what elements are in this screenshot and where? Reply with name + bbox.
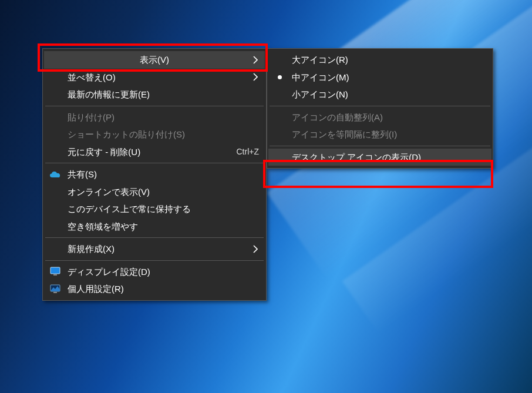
submenu-small-icons[interactable]: 小アイコン(N) [268,86,491,103]
menu-share-label: 共有(S) [68,169,97,180]
svg-rect-1 [53,274,57,276]
menu-sort[interactable]: 並べ替え(O) [44,69,265,86]
menu-undo-delete-shortcut: Ctrl+Z [213,146,260,157]
menu-separator [45,106,264,106]
menu-separator [45,260,264,261]
menu-paste: 貼り付け(P) [44,109,265,126]
submenu-auto-arrange[interactable]: アイコンの自動整列(A) [268,109,491,126]
menu-new[interactable]: 新規作成(X) [44,240,265,258]
svg-rect-0 [50,267,60,274]
menu-paste-shortcut: ショートカットの貼り付け(S) [44,126,265,143]
submenu-align-to-grid-label: アイコンを等間隔に整列(I) [292,129,397,140]
menu-always-keep-label: このデバイス上で常に保持する [68,203,191,215]
submenu-small-icons-label: 小アイコン(N) [292,89,348,100]
submenu-arrow-icon [253,73,258,81]
menu-paste-label: 貼り付け(P) [68,112,115,123]
menu-free-up-space[interactable]: 空き領域を増やす [44,218,265,236]
submenu-medium-icons-label: 中アイコン(M) [292,72,349,83]
submenu-arrow-icon [253,56,258,64]
submenu-show-desktop-icons[interactable]: デスクトップ アイコンの表示(D) [268,149,491,166]
submenu-show-desktop-icons-label: デスクトップ アイコンの表示(D) [292,152,421,163]
view-submenu: 大アイコン(R) 中アイコン(M) 小アイコン(N) アイコンの自動整列(A) … [267,48,493,169]
menu-refresh[interactable]: 最新の情報に更新(E) [44,86,265,103]
menu-undo-delete-label: 元に戻す - 削除(U) [68,146,140,158]
menu-personalize[interactable]: 個人用設定(R) [44,280,265,298]
menu-always-keep[interactable]: このデバイス上で常に保持する [44,200,265,218]
radio-selected-icon [278,75,282,79]
onedrive-icon [50,169,60,180]
menu-separator [270,106,490,106]
menu-paste-shortcut-label: ショートカットの貼り付け(S) [68,129,185,140]
menu-separator [270,146,490,146]
menu-free-up-space-label: 空き領域を増やす [68,221,138,233]
menu-separator [45,163,264,163]
desktop-context-menu: 表示(V) 並べ替え(O) 最新の情報に更新(E) 貼り付け(P) ショートカッ… [42,48,267,301]
menu-view-online-label: オンラインで表示(V) [68,186,150,198]
menu-view-online[interactable]: オンラインで表示(V) [44,183,265,201]
menu-separator [45,237,264,238]
menu-view[interactable]: 表示(V) [44,51,265,69]
personalize-icon [50,284,60,294]
submenu-align-to-grid[interactable]: アイコンを等間隔に整列(I) [268,126,491,143]
submenu-auto-arrange-label: アイコンの自動整列(A) [292,112,383,123]
submenu-medium-icons[interactable]: 中アイコン(M) [268,69,491,86]
submenu-large-icons-label: 大アイコン(R) [292,54,348,66]
submenu-arrow-icon [253,245,258,253]
menu-display-settings-label: ディスプレイ設定(D) [68,266,150,278]
menu-view-label: 表示(V) [44,54,265,66]
menu-new-label: 新規作成(X) [68,243,115,255]
menu-refresh-label: 最新の情報に更新(E) [68,89,150,100]
menu-sort-label: 並べ替え(O) [68,72,116,83]
menu-display-settings[interactable]: ディスプレイ設定(D) [44,263,265,281]
menu-share[interactable]: 共有(S) [44,166,265,183]
svg-rect-3 [53,292,57,293]
submenu-large-icons[interactable]: 大アイコン(R) [268,51,491,69]
menu-personalize-label: 個人用設定(R) [68,283,124,295]
menu-undo-delete[interactable]: 元に戻す - 削除(U) Ctrl+Z [44,143,265,161]
display-settings-icon [50,266,60,277]
